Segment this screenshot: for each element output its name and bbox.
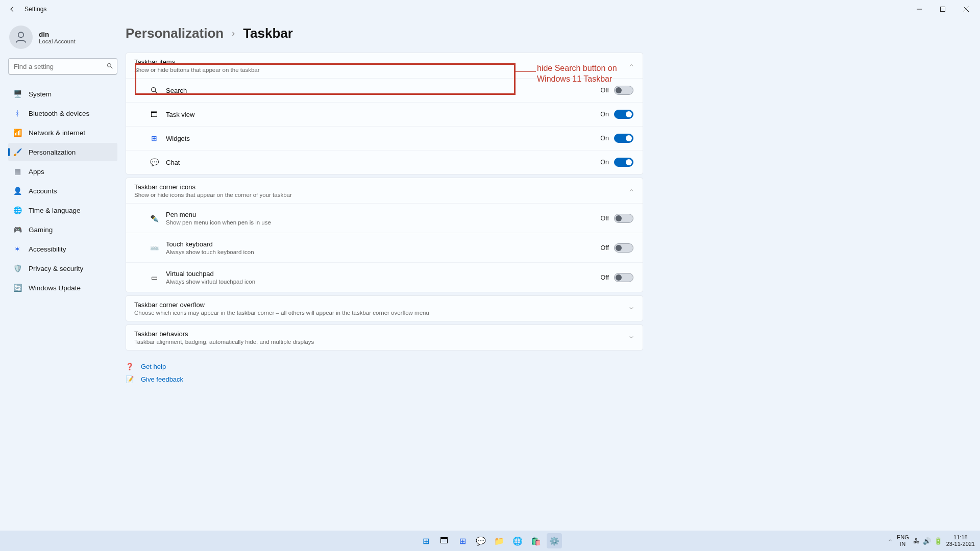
row-label: Task view xyxy=(166,111,194,118)
search-toggle[interactable] xyxy=(614,86,633,95)
sidebar-item-privacy[interactable]: 🛡️Privacy & security xyxy=(8,259,117,278)
network-tray-icon[interactable]: 🖧 xyxy=(913,537,920,545)
update-icon: 🔄 xyxy=(13,284,21,292)
row-chat: 💬 Chat On xyxy=(126,150,643,174)
language-indicator[interactable]: ENG IN xyxy=(897,534,909,547)
row-label: Chat xyxy=(166,159,180,166)
toggle-state: On xyxy=(600,111,609,118)
section-corner-icons-header[interactable]: Taskbar corner icons Show or hide icons … xyxy=(126,178,643,203)
taskbar-file-explorer[interactable]: 📁 xyxy=(492,533,507,548)
paintbrush-icon: 🖌️ xyxy=(13,148,21,156)
sidebar-item-label: Time & language xyxy=(29,207,81,214)
battery-tray-icon[interactable]: 🔋 xyxy=(934,537,942,545)
sidebar-item-label: System xyxy=(29,90,52,98)
feedback-icon: 📝 xyxy=(126,375,134,383)
sidebar-item-system[interactable]: 🖥️System xyxy=(8,85,117,103)
taskbar-edge[interactable]: 🌐 xyxy=(510,533,525,548)
gamepad-icon: 🎮 xyxy=(13,226,21,234)
section-corner-overflow-header[interactable]: Taskbar corner overflow Choose which ico… xyxy=(126,296,643,321)
row-sublabel: Always show virtual touchpad icon xyxy=(166,279,255,285)
taskbar-store[interactable]: 🛍️ xyxy=(528,533,544,548)
user-account-button[interactable]: din Local Account xyxy=(8,26,117,49)
bluetooth-icon: ᚼ xyxy=(13,109,21,117)
back-button[interactable] xyxy=(5,2,19,16)
sidebar-item-personalization[interactable]: 🖌️Personalization xyxy=(8,143,117,161)
link-label: Get help xyxy=(141,363,166,370)
person-icon: 👤 xyxy=(13,187,21,195)
widgets-toggle[interactable] xyxy=(614,134,633,143)
tray-overflow-button[interactable] xyxy=(888,538,893,544)
taskbar-settings[interactable]: ⚙️ xyxy=(547,533,562,548)
start-button[interactable]: ⊞ xyxy=(418,533,433,548)
sidebar-item-label: Personalization xyxy=(29,148,76,156)
section-title: Taskbar corner icons xyxy=(134,183,292,191)
window-title: Settings xyxy=(24,6,46,13)
search-input[interactable] xyxy=(8,58,117,74)
chevron-down-icon xyxy=(628,304,634,313)
search-icon xyxy=(150,86,159,95)
section-title: Taskbar behaviors xyxy=(134,330,314,338)
sidebar-item-time-language[interactable]: 🌐Time & language xyxy=(8,201,117,219)
lang-primary: ENG xyxy=(897,534,909,541)
task-view-icon: 🗔 xyxy=(150,110,159,119)
row-label: Virtual touchpad xyxy=(166,270,255,278)
section-title: Taskbar items xyxy=(134,58,260,66)
touch-keyboard-toggle[interactable] xyxy=(614,243,633,253)
pen-icon: ✒️ xyxy=(150,214,159,223)
avatar-icon xyxy=(9,26,33,49)
section-subtitle: Taskbar alignment, badging, automaticall… xyxy=(134,339,314,345)
toggle-state: On xyxy=(600,159,609,166)
sidebar-item-windows-update[interactable]: 🔄Windows Update xyxy=(8,279,117,297)
annotation-text: hide Search button on Windows 11 Taskbar xyxy=(537,63,629,85)
row-label: Search xyxy=(166,87,187,94)
row-label: Touch keyboard xyxy=(166,240,254,248)
taskbar-task-view[interactable]: 🗔 xyxy=(436,533,452,548)
accessibility-icon: ✶ xyxy=(13,245,21,253)
chevron-up-icon xyxy=(628,186,634,195)
clock[interactable]: 11:18 23-11-2021 xyxy=(946,534,975,547)
section-behaviors-header[interactable]: Taskbar behaviors Taskbar alignment, bad… xyxy=(126,325,643,350)
maximize-button[interactable] xyxy=(931,1,954,17)
chevron-up-icon xyxy=(628,61,634,70)
toggle-state: Off xyxy=(601,274,609,281)
sidebar-item-network[interactable]: 📶Network & internet xyxy=(8,123,117,142)
row-label: Pen menu xyxy=(166,211,271,218)
breadcrumb-parent[interactable]: Personalization xyxy=(126,26,224,41)
date: 23-11-2021 xyxy=(946,541,975,547)
time: 11:18 xyxy=(946,534,975,541)
section-subtitle: Choose which icons may appear in the tas… xyxy=(134,310,429,316)
task-view-toggle[interactable] xyxy=(614,110,633,119)
sidebar-item-accounts[interactable]: 👤Accounts xyxy=(8,182,117,200)
row-sublabel: Always show touch keyboard icon xyxy=(166,249,254,255)
virtual-touchpad-toggle[interactable] xyxy=(614,273,633,282)
pen-menu-toggle[interactable] xyxy=(614,214,633,223)
close-button[interactable] xyxy=(954,1,978,17)
help-icon: ❓ xyxy=(126,363,134,370)
give-feedback-link[interactable]: 📝 Give feedback xyxy=(126,375,643,383)
toggle-state: On xyxy=(600,135,609,142)
svg-point-2 xyxy=(107,63,111,67)
widgets-icon: ⊞ xyxy=(150,134,159,143)
volume-tray-icon[interactable]: 🔊 xyxy=(923,537,931,545)
row-touch-keyboard: ⌨️ Touch keyboard Always show touch keyb… xyxy=(126,233,643,262)
sidebar-item-bluetooth[interactable]: ᚼBluetooth & devices xyxy=(8,104,117,122)
taskbar-chat[interactable]: 💬 xyxy=(473,533,488,548)
get-help-link[interactable]: ❓ Get help xyxy=(126,363,643,370)
shield-icon: 🛡️ xyxy=(13,264,21,272)
wifi-icon: 📶 xyxy=(13,129,21,137)
sidebar-item-apps[interactable]: ▦Apps xyxy=(8,162,117,181)
row-sublabel: Show pen menu icon when pen is in use xyxy=(166,219,271,226)
sidebar-item-gaming[interactable]: 🎮Gaming xyxy=(8,220,117,239)
toggle-state: Off xyxy=(601,215,609,222)
search-icon xyxy=(106,62,113,71)
taskbar-widgets[interactable]: ⊞ xyxy=(455,533,470,548)
section-subtitle: Show or hide icons that appear on the co… xyxy=(134,192,292,198)
globe-clock-icon: 🌐 xyxy=(13,206,21,214)
user-subtitle: Local Account xyxy=(39,38,76,44)
chat-icon: 💬 xyxy=(150,158,159,167)
sidebar-item-accessibility[interactable]: ✶Accessibility xyxy=(8,240,117,258)
section-subtitle: Show or hide buttons that appear on the … xyxy=(134,67,260,73)
minimize-button[interactable] xyxy=(908,1,931,17)
sidebar-item-label: Accessibility xyxy=(29,245,66,253)
chat-toggle[interactable] xyxy=(614,158,633,167)
